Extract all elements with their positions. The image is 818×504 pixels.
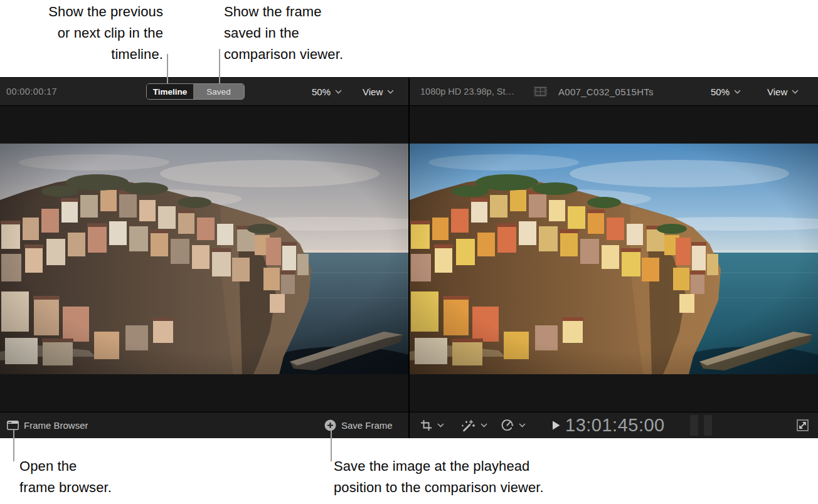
format-info-text: 1080p HD 23.98p, St… bbox=[420, 87, 514, 97]
timecode-value: 00:00:00:17 bbox=[6, 87, 57, 97]
callout-text-line: or next clip in the bbox=[0, 23, 163, 44]
timeline-toggle-button[interactable]: Timeline bbox=[147, 84, 193, 99]
callout-line-saved bbox=[219, 49, 220, 83]
view-menu-label: View bbox=[767, 87, 787, 97]
save-frame-button[interactable]: Save Frame bbox=[324, 412, 393, 438]
callout-text-line: frame browser. bbox=[19, 477, 183, 498]
comparison-viewer-window: 00:00:00:17 Timeline Saved 50% View bbox=[0, 77, 818, 438]
right-viewer-toolbar: 1080p HD 23.98p, St… A007_C032_0515HTs bbox=[410, 78, 818, 105]
callout-top-left: Show the previous or next clip in the ti… bbox=[0, 1, 163, 65]
timeline-saved-toggle[interactable]: Timeline Saved bbox=[146, 83, 245, 100]
timecode-display: 00:00:00:17 bbox=[6, 78, 57, 105]
callout-text-line: saved in the bbox=[224, 23, 425, 44]
clip-format-info: 1080p HD 23.98p, St… bbox=[420, 78, 514, 105]
crop-menu[interactable] bbox=[420, 412, 444, 438]
chevron-down-icon bbox=[792, 90, 799, 94]
crop-icon bbox=[420, 419, 432, 431]
playhead-timecode-value: 13:01:45:00 bbox=[565, 415, 665, 436]
chevron-down-icon bbox=[519, 423, 526, 428]
left-viewer bbox=[0, 106, 408, 412]
chevron-down-icon bbox=[335, 90, 342, 94]
enhance-menu[interactable] bbox=[461, 412, 487, 438]
expand-button[interactable] bbox=[796, 412, 809, 438]
clip-name: A007_C032_0515HTs bbox=[558, 78, 654, 105]
chevron-down-icon bbox=[437, 423, 444, 428]
callout-text-line: Show the frame bbox=[224, 1, 425, 23]
filmstrip-icon bbox=[534, 78, 547, 105]
retime-menu[interactable] bbox=[501, 412, 526, 438]
play-button[interactable] bbox=[552, 412, 560, 438]
left-viewer-toolbar: 00:00:00:17 Timeline Saved 50% View bbox=[0, 78, 408, 105]
audio-meter-right bbox=[704, 415, 712, 436]
viewer-area bbox=[0, 106, 818, 412]
playhead-timecode-display: 13:01:45:00 bbox=[565, 412, 665, 438]
frame-browser-label: Frame Browser bbox=[24, 420, 88, 431]
left-viewer-image bbox=[0, 144, 408, 374]
retime-speedometer-icon bbox=[501, 419, 514, 432]
zoom-level: 50% bbox=[312, 87, 331, 97]
expand-icon bbox=[796, 419, 809, 432]
window-icon bbox=[7, 421, 19, 430]
view-menu-left[interactable]: View bbox=[363, 78, 394, 105]
chevron-down-icon bbox=[387, 90, 394, 94]
callout-text-line: Open the bbox=[19, 456, 183, 477]
viewer-bottom-bar: Frame Browser Save Frame bbox=[0, 412, 818, 438]
chevron-down-icon bbox=[481, 423, 487, 428]
chevron-down-icon bbox=[734, 90, 741, 94]
saved-toggle-button[interactable]: Saved bbox=[193, 84, 244, 99]
view-menu-right[interactable]: View bbox=[767, 78, 799, 105]
screenshot-canvas: Show the previous or next clip in the ti… bbox=[0, 0, 818, 504]
callout-line-save-frame bbox=[331, 430, 332, 461]
bottom-bar-right: 13:01:45:00 bbox=[410, 412, 818, 438]
callout-line-timeline bbox=[167, 54, 168, 83]
callout-bottom-left: Open the frame browser. bbox=[19, 456, 183, 498]
right-viewer-image bbox=[410, 144, 818, 374]
save-frame-label: Save Frame bbox=[341, 420, 393, 431]
callout-text-line: Save the image at the playhead bbox=[334, 456, 622, 477]
frame-browser-button[interactable]: Frame Browser bbox=[7, 412, 88, 438]
magic-wand-icon bbox=[461, 419, 475, 432]
clip-name-text: A007_C032_0515HTs bbox=[558, 87, 654, 97]
right-viewer bbox=[410, 106, 818, 412]
play-icon bbox=[552, 421, 560, 430]
callout-text-line: position to the comparison viewer. bbox=[334, 477, 622, 498]
zoom-level: 50% bbox=[711, 87, 730, 97]
zoom-menu-right[interactable]: 50% bbox=[711, 78, 741, 105]
zoom-menu-left[interactable]: 50% bbox=[312, 78, 342, 105]
callout-text-line: Show the previous bbox=[0, 1, 163, 23]
view-menu-label: View bbox=[363, 87, 383, 97]
callout-bottom-center: Save the image at the playhead position … bbox=[334, 456, 622, 498]
audio-meter-left bbox=[690, 415, 698, 436]
callout-top-center: Show the frame saved in the comparison v… bbox=[224, 1, 425, 65]
bottom-bar-left: Frame Browser Save Frame bbox=[0, 412, 408, 438]
callout-line-frame-browser bbox=[13, 430, 14, 461]
audio-meters bbox=[690, 412, 712, 438]
callout-text-line: timeline. bbox=[0, 44, 163, 65]
viewer-toolbar: 00:00:00:17 Timeline Saved 50% View bbox=[0, 78, 818, 106]
callout-text-line: comparison viewer. bbox=[224, 44, 425, 65]
